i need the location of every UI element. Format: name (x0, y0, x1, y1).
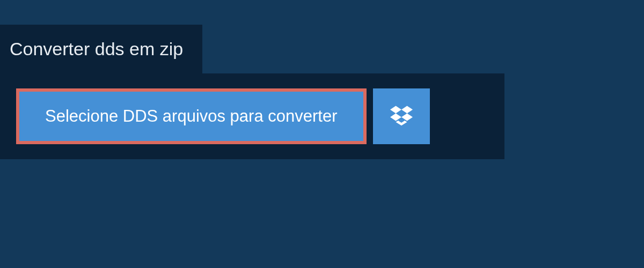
select-files-button[interactable]: Selecione DDS arquivos para converter (16, 88, 367, 144)
button-row: Selecione DDS arquivos para converter (16, 88, 488, 144)
select-files-label: Selecione DDS arquivos para converter (45, 107, 338, 126)
dropbox-button[interactable] (373, 88, 430, 144)
page-title-tab: Converter dds em zip (0, 25, 202, 73)
page-title: Converter dds em zip (10, 39, 183, 59)
converter-panel: Selecione DDS arquivos para converter (0, 73, 504, 159)
dropbox-icon (390, 104, 413, 129)
